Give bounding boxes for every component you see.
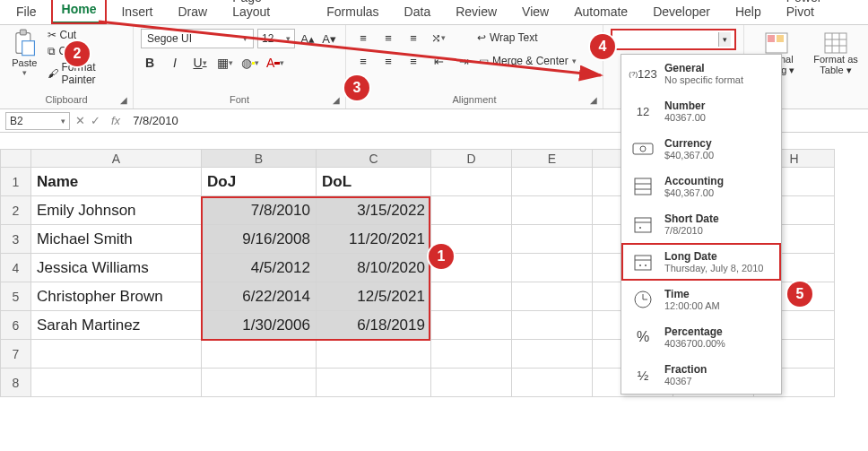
cell[interactable] (317, 340, 431, 369)
row-header-6[interactable]: 6 (1, 311, 31, 340)
tab-formulas[interactable]: Formulas (316, 1, 389, 24)
format-time[interactable]: Time12:00:00 AM (621, 281, 781, 318)
cell-c2[interactable]: 3/15/2022 (317, 196, 431, 225)
underline-button[interactable]: U▾ (191, 54, 209, 72)
cell[interactable] (512, 254, 593, 282)
format-as-table-button[interactable]: Format asTable ▾ (811, 32, 861, 75)
format-fraction[interactable]: ½ Fraction40367 (621, 356, 781, 394)
tab-view[interactable]: View (511, 1, 560, 24)
tab-power-pivot[interactable]: Power Pivot (776, 0, 863, 24)
tab-file[interactable]: File (5, 1, 48, 24)
cell[interactable] (512, 282, 593, 311)
row-header-1[interactable]: 1 (1, 168, 31, 196)
cell[interactable] (31, 369, 202, 397)
tab-review[interactable]: Review (445, 1, 508, 24)
increase-indent-button[interactable]: ⇥ (454, 52, 473, 70)
cell[interactable] (202, 340, 317, 369)
col-header-d[interactable]: D (431, 150, 512, 168)
format-long-date[interactable]: Long DateThursday, July 8, 2010 (621, 243, 781, 281)
cell-a3[interactable]: Michael Smith (31, 225, 202, 254)
decrease-font-button[interactable]: A▾ (320, 30, 338, 48)
format-number[interactable]: 12 Number40367.00 (621, 92, 781, 130)
row-header-2[interactable]: 2 (1, 196, 31, 225)
cell-c3[interactable]: 11/20/2021 (317, 225, 431, 254)
number-format-select[interactable]: ▾ (611, 29, 736, 50)
row-header-7[interactable]: 7 (1, 340, 31, 369)
enter-formula-button[interactable]: ✓ (91, 114, 100, 127)
align-bottom-button[interactable]: ≡ (404, 29, 423, 47)
cell[interactable] (202, 369, 317, 397)
cell-b2[interactable]: 7/8/2010 (202, 196, 317, 225)
cell-a2[interactable]: Emily Johnson (31, 196, 202, 225)
cell-b5[interactable]: 6/22/2014 (202, 282, 317, 311)
font-launcher[interactable]: ◢ (331, 94, 342, 105)
format-accounting[interactable]: Accounting$40,367.00 (621, 168, 781, 205)
cell-a6[interactable]: Sarah Martinez (31, 311, 202, 340)
tab-automate[interactable]: Automate (563, 1, 638, 24)
tab-draw[interactable]: Draw (167, 1, 218, 24)
cell[interactable] (431, 196, 512, 225)
cell[interactable] (512, 340, 593, 369)
cell-b6[interactable]: 1/30/2006 (202, 311, 317, 340)
italic-button[interactable]: I (166, 54, 184, 72)
cell-b4[interactable]: 4/5/2012 (202, 254, 317, 282)
cell[interactable] (431, 282, 512, 311)
col-header-e[interactable]: E (512, 150, 593, 168)
cell-e1[interactable] (512, 168, 593, 196)
font-size-select[interactable]: 12 ▾ (257, 29, 295, 48)
bold-button[interactable]: B (141, 54, 159, 72)
cell-b3[interactable]: 9/16/2008 (202, 225, 317, 254)
cell[interactable] (512, 196, 593, 225)
align-middle-button[interactable]: ≡ (378, 29, 398, 47)
row-header-4[interactable]: 4 (1, 254, 31, 282)
decrease-indent-button[interactable]: ⇤ (429, 52, 448, 70)
cell[interactable] (431, 311, 512, 340)
tab-help[interactable]: Help (725, 1, 772, 24)
row-header-3[interactable]: 3 (1, 225, 31, 254)
col-header-c[interactable]: C (317, 150, 431, 168)
cell[interactable] (31, 340, 202, 369)
align-right-button[interactable]: ≡ (404, 52, 423, 70)
paste-button[interactable]: Paste ▾ (7, 29, 42, 86)
tab-page-layout[interactable]: Page Layout (221, 0, 312, 24)
format-percentage[interactable]: % Percentage4036700.00% (621, 318, 781, 356)
cell-c4[interactable]: 8/10/2020 (317, 254, 431, 282)
fill-color-button[interactable]: ◍▾ (241, 54, 259, 72)
fx-icon[interactable]: fx (106, 114, 126, 127)
row-header-5[interactable]: 5 (1, 282, 31, 311)
cell-c1[interactable]: DoL (317, 168, 431, 196)
cell-d1[interactable] (431, 168, 512, 196)
cell[interactable] (512, 311, 593, 340)
tab-home[interactable]: Home (51, 0, 108, 24)
row-header-8[interactable]: 8 (1, 369, 31, 397)
cell-a1[interactable]: Name (31, 168, 202, 196)
cell[interactable] (431, 340, 512, 369)
cut-button[interactable]: ✂ Cut (48, 29, 126, 41)
font-color-button[interactable]: A▾ (266, 54, 284, 72)
select-all-corner[interactable] (1, 150, 31, 168)
cell[interactable] (512, 225, 593, 254)
cell-c5[interactable]: 12/5/2021 (317, 282, 431, 311)
cancel-formula-button[interactable]: ✕ (75, 114, 85, 127)
cell-a5[interactable]: Christopher Brown (31, 282, 202, 311)
col-header-b[interactable]: B (202, 150, 317, 168)
cell[interactable] (431, 369, 512, 397)
cell-a4[interactable]: Jessica Williams (31, 254, 202, 282)
merge-center-button[interactable]: ▭ Merge & Center ▾ (479, 55, 577, 67)
format-short-date[interactable]: Short Date7/8/2010 (621, 205, 781, 243)
cell-c6[interactable]: 6/18/2019 (317, 311, 431, 340)
tab-developer[interactable]: Developer (642, 1, 721, 24)
align-left-button[interactable]: ≡ (353, 52, 373, 70)
font-name-select[interactable]: Segoe UI ▾ (141, 29, 254, 48)
format-currency[interactable]: Currency$40,367.00 (621, 130, 781, 168)
borders-button[interactable]: ▦▾ (216, 54, 234, 72)
align-center-button[interactable]: ≡ (378, 52, 398, 70)
tab-data[interactable]: Data (394, 1, 442, 24)
name-box[interactable]: B2 ▾ (5, 112, 70, 130)
format-painter-button[interactable]: 🖌 Format Painter (48, 61, 126, 86)
tab-insert[interactable]: Insert (110, 1, 163, 24)
cell-b1[interactable]: DoJ (202, 168, 317, 196)
format-general[interactable]: (?)123 GeneralNo specific format (621, 55, 781, 92)
cell[interactable] (317, 369, 431, 397)
clipboard-launcher[interactable]: ◢ (118, 94, 129, 105)
